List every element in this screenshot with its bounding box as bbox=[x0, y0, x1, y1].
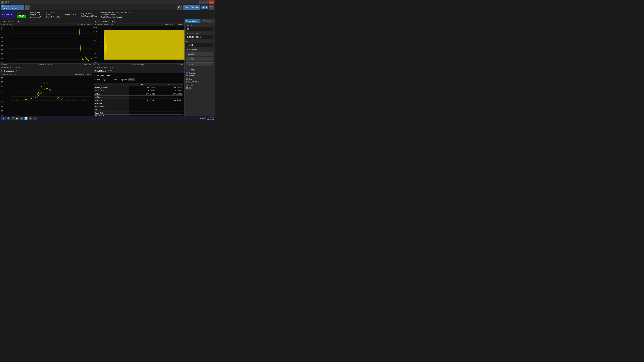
metric-max: --- bbox=[129, 105, 156, 108]
freq-channel-dropdown[interactable]: ▼ bbox=[201, 5, 208, 9]
center-freq-field: Center Frequency bbox=[186, 33, 213, 39]
auto-man-field: Auto Man bbox=[186, 85, 213, 89]
auto-item[interactable]: Auto bbox=[186, 85, 213, 87]
metric-min: 148.4 kHz bbox=[156, 98, 183, 102]
center-freq-input[interactable] bbox=[186, 35, 213, 39]
maximize-button[interactable]: □ bbox=[204, 0, 209, 4]
time-display: 4:06 PM bbox=[208, 117, 214, 118]
auto-label: Auto bbox=[189, 85, 193, 87]
lmh-mid-button[interactable]: Mid (39) bbox=[186, 57, 213, 61]
metric-max: 181.8 kHz bbox=[129, 98, 156, 102]
span-input[interactable] bbox=[186, 43, 213, 47]
add-tab-button[interactable]: + bbox=[25, 5, 30, 10]
quad-metrics-header: 4 Quad Metrics ▼ bbox=[92, 69, 185, 73]
pass-badge: PASS bbox=[17, 14, 26, 18]
minimize-button[interactable]: ─ bbox=[199, 0, 204, 4]
channel-input[interactable] bbox=[186, 27, 213, 31]
metric-min: --- bbox=[156, 105, 183, 108]
demod-lin-label: Lin bbox=[93, 27, 95, 28]
geography-others[interactable]: Others bbox=[186, 74, 213, 76]
table-row: Δf2 Avg------ bbox=[94, 95, 183, 98]
rf-bw-footer: Digital IF BW 4.0000 MHz bbox=[0, 66, 92, 69]
rf-spectrum-dropdown[interactable]: ▼ bbox=[15, 70, 20, 72]
rf-spectrum-title: 3 RF Spectrum bbox=[1, 70, 14, 72]
task-view-button[interactable]: 🗔 bbox=[11, 117, 15, 120]
rf-spectrum-scale-bar: Scale/Div 10.00 dB Ref Value 0.000 dBm bbox=[0, 73, 92, 76]
impedance-info: Input Z: 50 Ω Corr Freq Ref: Int (S) bbox=[46, 11, 60, 18]
recorder-button[interactable]: ■ bbox=[28, 117, 32, 120]
tab-settings[interactable]: Settings bbox=[200, 19, 215, 23]
freq-channel-button[interactable]: Freq / Channel bbox=[183, 5, 200, 10]
channel-label: Channel bbox=[186, 25, 213, 26]
trig-delay: Trig Delay: -20.0 μs bbox=[81, 15, 97, 17]
packet-type-value: DH5 bbox=[106, 75, 110, 77]
rf-spectrum-header: 3 RF Spectrum ▼ bbox=[0, 69, 92, 73]
title-bar: ▦ TRX1 ─ □ ✕ bbox=[0, 0, 215, 4]
man-item[interactable]: Man bbox=[186, 87, 213, 89]
demod-scale-bar: Scale/Div 50.0000000 kHz Ref Value 0.000… bbox=[92, 23, 185, 26]
metric-name: Peak Power bbox=[94, 89, 129, 92]
rf-time-end: 3.000 ms bbox=[84, 64, 91, 66]
date-display: 4/6/2022 bbox=[208, 118, 214, 120]
quad-metrics-body: Packet Type DH5 Payload Length 2712 bits… bbox=[92, 73, 185, 116]
spectrum-scale-div: Scale/Div 10.00 dB bbox=[1, 73, 16, 75]
payload-value: 0x0F bbox=[129, 79, 133, 81]
active-tab[interactable]: Bluetooth 1Transmit Analysis ▼ bbox=[1, 5, 24, 10]
cf-step-value: 1.000000 MHz bbox=[186, 81, 213, 83]
metric-max: 163.8 kHz bbox=[129, 92, 156, 95]
metric-max: 9.87 dBm bbox=[129, 86, 156, 89]
tab-freq-channel[interactable]: Freq / Channel bbox=[185, 19, 200, 23]
payload-info: Payload Length 2712 bits Payload 0x0F bbox=[94, 78, 183, 81]
geography-france[interactable]: France bbox=[186, 72, 213, 74]
range-value: Range: 12 dBm bbox=[64, 14, 76, 16]
payload-length-label: Payload Length bbox=[94, 79, 106, 81]
demod-title: 2 Demod Waveform bbox=[94, 20, 110, 22]
radio-info: Radio Info: Basic bbox=[101, 14, 132, 16]
rf-envelope-dropdown[interactable]: ▼ bbox=[14, 20, 20, 22]
metric-name: Average Power bbox=[94, 86, 129, 89]
trig-type: Trig: RF Burst bbox=[81, 12, 97, 14]
expand-button[interactable]: ⛶ bbox=[209, 5, 214, 10]
lmh-channel-label: LMH Channel bbox=[186, 49, 213, 51]
browser-button[interactable]: 🌐 bbox=[20, 117, 24, 120]
metric-name: Max Drift Rate bbox=[94, 114, 129, 116]
table-row: Δf2 Max------ bbox=[94, 102, 183, 105]
info-bar: KEYSIGHT ▶ PASS Input: RFIO1 Output: RFI… bbox=[0, 10, 215, 19]
cf-step-field: CF Step 1.000000 MHz bbox=[186, 78, 213, 83]
rf-ref-value: Ref Value 0.00 dBm bbox=[76, 24, 91, 26]
metric-max: --- bbox=[129, 114, 156, 116]
demod-scale-div: Scale/Div 50.0000000 kHz bbox=[94, 24, 114, 26]
payload-length-value: 2712 bits bbox=[109, 79, 117, 81]
payload-label: Payload bbox=[120, 79, 127, 81]
charts-top-row: 1 RF Envelope ▼ Scale/Div 10.0 dB Ref Va… bbox=[0, 19, 184, 69]
chart-app-button[interactable]: 📊 bbox=[24, 117, 28, 120]
demod-bw-footer: Digital IF BW 4.0000 MHz bbox=[92, 66, 185, 69]
lmh-low-button[interactable]: Low (0) bbox=[186, 62, 213, 66]
corr-info: Corr bbox=[46, 14, 60, 16]
settings-taskbar-button[interactable]: ⚙ bbox=[33, 117, 36, 120]
metric-max: 11.02 dBm bbox=[129, 89, 156, 92]
metric-min: 9.87 dBm bbox=[156, 86, 183, 89]
table-row: Δf1 Avg163.8 kHz163.8 kHz bbox=[94, 92, 183, 95]
payload-length-row: Payload Length 2712 bits Payload 0x0F bbox=[94, 78, 134, 81]
tab-dropdown[interactable]: ▼ bbox=[18, 6, 22, 8]
rf-bw: Digital IF BW 4.0000 MHz bbox=[1, 66, 21, 68]
rf-spectrum-svg bbox=[0, 76, 92, 116]
settings-gear-button[interactable]: ⚙ bbox=[176, 5, 182, 10]
demod-header: 2 Demod Waveform ▼ bbox=[92, 19, 185, 23]
demod-dropdown[interactable]: ▼ bbox=[111, 20, 116, 22]
play-button[interactable]: ▶ bbox=[17, 11, 20, 14]
search-taskbar-button[interactable]: 🔍 bbox=[7, 117, 10, 120]
file-explorer-button[interactable]: 📁 bbox=[16, 117, 19, 120]
packet-info: Packet Type DH5 bbox=[94, 75, 183, 77]
close-button[interactable]: ✕ bbox=[209, 0, 214, 4]
metric-min: --- bbox=[156, 95, 183, 98]
spectrum-ref-value: Ref Value 0.000 dBm bbox=[75, 73, 91, 75]
start-button[interactable]: ⊞ bbox=[1, 117, 6, 120]
trig-info: Trig: RF Burst Trig Delay: -20.0 μs bbox=[81, 11, 97, 18]
span-field: Span bbox=[186, 41, 213, 47]
tab-label: Bluetooth 1Transmit Analysis bbox=[2, 5, 17, 9]
quad-metrics-dropdown[interactable]: ▼ bbox=[107, 70, 112, 72]
lmh-channel-field: LMH Channel High (78) Mid (39) Low (0) bbox=[186, 49, 213, 67]
lmh-high-button[interactable]: High (78) bbox=[186, 52, 213, 56]
